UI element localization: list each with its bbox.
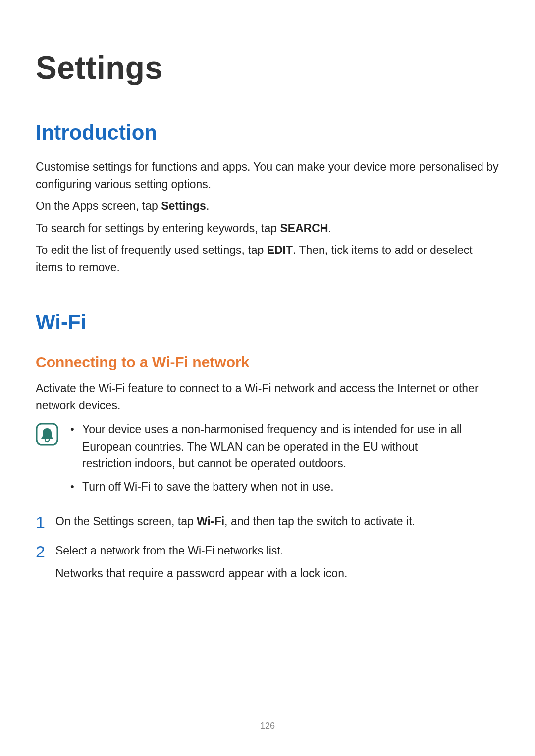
bold-wifi: Wi-Fi — [197, 515, 224, 528]
heading-wifi: Wi-Fi — [36, 310, 499, 334]
section-wifi: Wi-Fi Connecting to a Wi-Fi network Acti… — [36, 310, 499, 582]
intro-paragraph-4: To edit the list of frequently used sett… — [36, 242, 499, 276]
wifi-paragraph-1: Activate the Wi-Fi feature to connect to… — [36, 380, 499, 414]
page-title: Settings — [36, 50, 499, 86]
document-page: Settings Introduction Customise settings… — [0, 0, 535, 756]
bell-note-icon — [36, 423, 58, 446]
text-fragment: , and then tap the switch to activate it… — [224, 515, 415, 528]
note-item: Your device uses a non-harmonised freque… — [70, 421, 470, 472]
intro-paragraph-3: To search for settings by entering keywo… — [36, 220, 499, 237]
steps-list: On the Settings screen, tap Wi-Fi, and t… — [36, 513, 499, 582]
text-fragment: . — [328, 222, 331, 235]
intro-paragraph-2: On the Apps screen, tap Settings. — [36, 198, 499, 215]
note-item: Turn off Wi-Fi to save the battery when … — [70, 478, 470, 496]
text-fragment: To search for settings by entering keywo… — [36, 222, 280, 235]
subheading-connecting: Connecting to a Wi-Fi network — [36, 354, 499, 371]
heading-introduction: Introduction — [36, 121, 499, 145]
section-introduction: Introduction Customise settings for func… — [36, 121, 499, 276]
bold-settings: Settings — [161, 200, 206, 212]
text-fragment: . — [206, 200, 209, 212]
note-list: Your device uses a non-harmonised freque… — [70, 421, 499, 501]
text-fragment: On the Apps screen, tap — [36, 200, 161, 212]
intro-paragraph-1: Customise settings for functions and app… — [36, 158, 499, 193]
text-fragment: To edit the list of frequently used sett… — [36, 244, 267, 256]
page-number: 126 — [0, 721, 535, 731]
step-main-text: Select a network from the Wi-Fi networks… — [55, 544, 283, 557]
note-block: Your device uses a non-harmonised freque… — [36, 421, 499, 501]
step-item-1: On the Settings screen, tap Wi-Fi, and t… — [36, 513, 499, 530]
text-fragment: On the Settings screen, tap — [55, 515, 197, 528]
step-sub-text: Networks that require a password appear … — [55, 565, 499, 582]
bold-edit: EDIT — [267, 244, 293, 256]
step-item-2: Select a network from the Wi-Fi networks… — [36, 542, 499, 582]
bold-search: SEARCH — [280, 222, 328, 235]
